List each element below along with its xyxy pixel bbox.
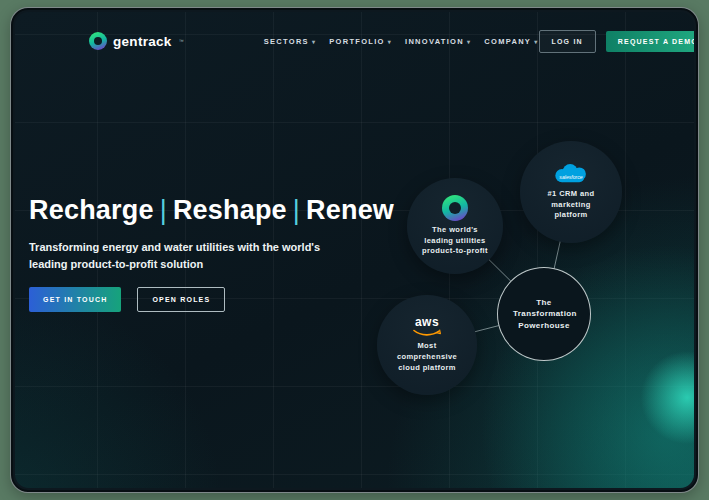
- login-button[interactable]: LOG IN: [539, 30, 596, 53]
- open-roles-button[interactable]: OPEN ROLES: [137, 287, 225, 312]
- trademark-mark: ™: [179, 38, 184, 44]
- node-label: The world's leading utilities product-to…: [421, 225, 489, 258]
- gentrack-logo-icon: [89, 32, 107, 50]
- nav-item-portfolio[interactable]: PORTFOLIO ▾: [329, 37, 392, 46]
- nav-item-label: COMPANY: [484, 37, 531, 46]
- nav-item-sectors[interactable]: SECTORS ▾: [264, 37, 317, 46]
- navbar: gentrack ™ SECTORS ▾ PORTFOLIO ▾ INNOVAT…: [15, 12, 694, 70]
- hero-subtitle: Transforming energy and water utilities …: [29, 239, 361, 272]
- chevron-down-icon: ▾: [312, 38, 316, 45]
- request-demo-button[interactable]: REQUEST A DEMO: [606, 31, 694, 52]
- get-in-touch-button[interactable]: GET IN TOUCH: [29, 287, 121, 312]
- chevron-down-icon: ▾: [467, 38, 471, 45]
- nav-item-innovation[interactable]: INNOVATION ▾: [405, 37, 471, 46]
- title-word: Renew: [306, 195, 394, 225]
- title-separator: |: [287, 195, 306, 225]
- salesforce-wordmark: salesforce: [559, 174, 582, 180]
- node-label: Most comprehensive cloud platform: [390, 341, 464, 374]
- gentrack-logo-text: gentrack: [113, 34, 172, 49]
- nav-item-label: INNOVATION: [405, 37, 464, 46]
- nav-item-label: PORTFOLIO: [329, 37, 384, 46]
- title-word: Recharge: [29, 195, 154, 225]
- nav-actions: LOG IN REQUEST A DEMO: [539, 30, 695, 53]
- page-title: Recharge|Reshape|Renew: [29, 195, 399, 226]
- website-screen: gentrack ™ SECTORS ▾ PORTFOLIO ▾ INNOVAT…: [15, 12, 694, 488]
- chevron-down-icon: ▾: [388, 38, 392, 45]
- node-transformation-powerhouse: The Transformation Powerhouse: [497, 267, 591, 361]
- cta-row: GET IN TOUCH OPEN ROLES: [29, 287, 399, 312]
- title-separator: |: [154, 195, 173, 225]
- gentrack-node-icon: [442, 195, 468, 221]
- node-label: The Transformation Powerhouse: [513, 297, 575, 332]
- node-label: #1 CRM and marketing platform: [536, 189, 606, 222]
- title-word: Reshape: [173, 195, 287, 225]
- aws-wordmark: aws: [415, 316, 439, 328]
- main-nav: SECTORS ▾ PORTFOLIO ▾ INNOVATION ▾ COMPA…: [264, 37, 539, 46]
- tablet-frame: gentrack ™ SECTORS ▾ PORTFOLIO ▾ INNOVAT…: [10, 7, 699, 493]
- node-salesforce: salesforce #1 CRM and marketing platform: [520, 141, 622, 243]
- salesforce-logo-icon: salesforce: [552, 163, 590, 185]
- aws-smile-icon: [413, 329, 441, 337]
- nav-item-company[interactable]: COMPANY ▾: [484, 37, 538, 46]
- aws-logo-icon: aws: [413, 316, 441, 337]
- hero-section: Recharge|Reshape|Renew Transforming ener…: [29, 195, 399, 312]
- gentrack-logo[interactable]: gentrack ™: [89, 32, 184, 50]
- nav-item-label: SECTORS: [264, 37, 309, 46]
- node-gentrack: The world's leading utilities product-to…: [407, 178, 503, 274]
- canvas-background: gentrack ™ SECTORS ▾ PORTFOLIO ▾ INNOVAT…: [0, 0, 709, 500]
